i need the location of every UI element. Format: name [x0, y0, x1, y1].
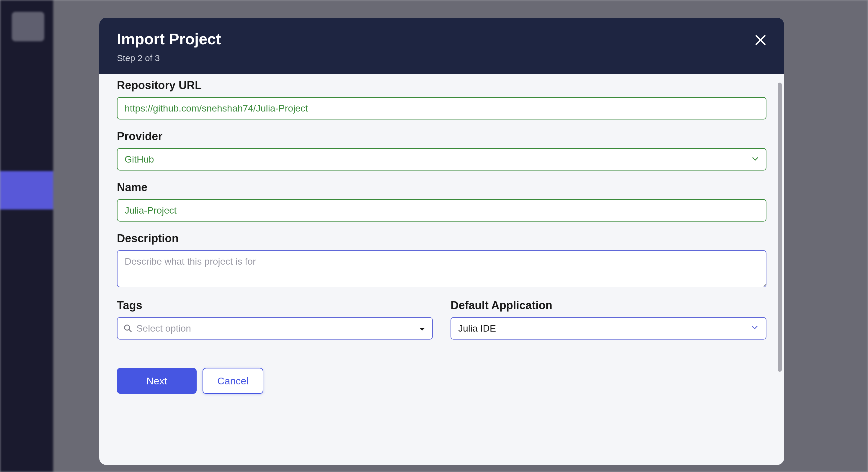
tags-label: Tags [117, 299, 433, 312]
description-label: Description [117, 232, 767, 245]
tags-select[interactable]: Select option [117, 317, 433, 340]
field-provider: Provider GitHub [117, 130, 767, 170]
description-textarea[interactable] [117, 250, 767, 287]
name-input[interactable] [117, 199, 767, 222]
name-label: Name [117, 181, 767, 194]
provider-select[interactable]: GitHub [117, 148, 767, 170]
caret-down-icon [419, 323, 425, 334]
provider-value: GitHub [125, 154, 154, 165]
default-application-value: Julia IDE [458, 323, 496, 334]
next-button[interactable]: Next [117, 368, 197, 394]
modal-title: Import Project [117, 30, 767, 48]
field-row-tags-app: Tags Select option Default Application J… [117, 299, 767, 350]
repository-url-label: Repository URL [117, 79, 767, 92]
scrollbar-track[interactable] [778, 82, 782, 383]
tags-placeholder: Select option [136, 323, 191, 334]
blurred-background-element [12, 12, 44, 41]
modal-header: Import Project Step 2 of 3 [99, 18, 784, 74]
import-project-modal: Import Project Step 2 of 3 Repository UR… [99, 18, 784, 465]
cancel-button[interactable]: Cancel [203, 368, 264, 394]
default-application-label: Default Application [451, 299, 767, 312]
default-application-select[interactable]: Julia IDE [451, 317, 767, 340]
field-tags: Tags Select option [117, 299, 433, 340]
modal-step-indicator: Step 2 of 3 [117, 53, 767, 63]
close-icon [754, 34, 767, 46]
field-description: Description [117, 232, 767, 289]
modal-body: Repository URL Provider GitHub Name Desc… [99, 74, 784, 465]
chevron-down-icon [750, 323, 759, 334]
scrollbar-thumb[interactable] [778, 82, 782, 372]
field-repository-url: Repository URL [117, 79, 767, 120]
provider-label: Provider [117, 130, 767, 143]
close-button[interactable] [753, 33, 768, 47]
modal-actions: Next Cancel [117, 368, 767, 394]
field-name: Name [117, 181, 767, 222]
field-default-application: Default Application Julia IDE [451, 299, 767, 340]
repository-url-input[interactable] [117, 97, 767, 120]
search-icon [123, 324, 132, 333]
